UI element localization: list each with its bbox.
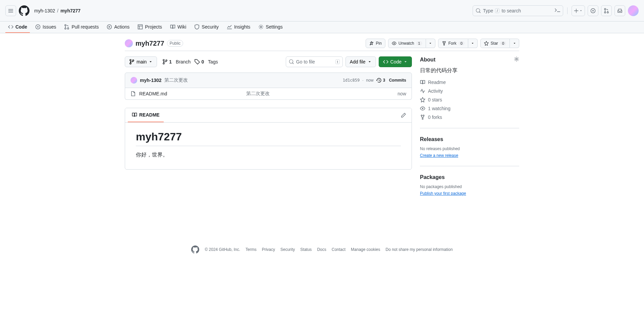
releases-title[interactable]: Releases [420,136,519,142]
svg-point-18 [130,63,131,64]
breadcrumb: myh-1302 / myh7277 [34,8,80,13]
readme-link[interactable]: Readme [420,80,519,85]
svg-point-3 [604,12,606,13]
tab-projects[interactable]: Projects [135,21,165,33]
footer-manage-cookies[interactable]: Manage cookies [351,247,380,252]
search-prefix: Type [483,8,493,13]
svg-point-4 [607,12,608,13]
tab-label: Settings [266,24,283,30]
file-last-message[interactable]: 第二次更改 [246,91,397,97]
footer-do-not-share[interactable]: Do not share my personal information [385,247,452,252]
fork-button[interactable]: Fork0 [438,39,468,48]
commits-link[interactable]: 3 Commits [376,78,406,83]
history-icon [376,78,382,83]
tags-link[interactable]: 0 Tags [195,59,218,64]
readme-tab[interactable]: README [128,108,164,122]
tab-pull-requests[interactable]: Pull requests [61,21,101,33]
svg-point-14 [443,41,444,42]
branches-link[interactable]: 1 Branch [162,59,191,64]
footer-docs[interactable]: Docs [317,247,326,252]
star-label: Star [491,41,498,46]
footer-contact[interactable]: Contact [332,247,345,252]
stars-link[interactable]: 0 stars [420,97,519,102]
star-button[interactable]: Star0 [480,39,510,48]
tab-label: Actions [114,24,129,30]
footer-terms[interactable]: Terms [246,247,257,252]
svg-point-15 [444,41,445,42]
divider [567,7,568,14]
issues-button[interactable] [588,5,598,16]
caret-down-icon [513,42,516,45]
plus-icon [574,8,579,13]
create-release-link[interactable]: Create a new release [420,153,458,158]
commit-author[interactable]: myh-1302 [140,78,162,83]
watch-more[interactable] [426,39,435,48]
caret-down-icon [471,42,474,45]
latest-commit: myh-1302 第二次更改 1d1c859 · now 3 Commits [125,73,412,88]
tab-insights[interactable]: Insights [224,21,253,33]
play-icon [107,24,112,30]
commit-hash[interactable]: 1d1c859 [343,78,360,83]
commit-avatar[interactable] [130,77,137,84]
edit-readme-button[interactable] [398,110,409,121]
commit-when: now [366,78,374,83]
tab-wiki[interactable]: Wiki [167,21,189,33]
file-name[interactable]: README.md [130,91,246,96]
tab-issues[interactable]: Issues [33,21,59,33]
menu-button[interactable] [5,5,16,16]
tab-settings[interactable]: Settings [256,21,285,33]
forks-link[interactable]: 0 forks [420,115,519,120]
pin-label: Pin [376,41,382,46]
footer-privacy[interactable]: Privacy [262,247,275,252]
breadcrumb-owner[interactable]: myh-1302 [34,8,55,13]
svg-point-16 [443,44,444,45]
footer-status[interactable]: Status [300,247,312,252]
command-palette-icon [555,7,560,14]
add-file-button[interactable]: Add file [345,56,376,67]
watching-link[interactable]: 1 watching [420,106,519,111]
activity-link[interactable]: Activity [420,88,519,94]
readme-title: myh7277 [136,131,401,146]
file-search[interactable]: Go to file t [286,56,343,67]
edit-about-button[interactable] [514,56,519,63]
code-icon [383,59,388,64]
user-avatar[interactable] [628,5,639,16]
repo-name[interactable]: myh7277 [136,40,164,47]
fork-more[interactable] [468,39,478,48]
svg-point-1 [592,10,594,11]
add-menu[interactable] [572,5,585,16]
search-icon [476,8,481,13]
pin-icon [369,41,374,46]
notifications-button[interactable] [614,5,625,16]
github-logo-icon[interactable] [191,246,199,254]
star-more[interactable] [510,39,519,48]
github-logo[interactable] [19,5,30,16]
unwatch-button[interactable]: Unwatch1 [388,39,426,48]
publish-package-link[interactable]: Publish your first package [420,191,466,196]
svg-point-7 [65,25,66,26]
branch-selector[interactable]: main [125,56,157,67]
fork-icon [420,115,425,120]
commit-message[interactable]: 第二次更改 [164,77,188,83]
unwatch-label: Unwatch [398,41,414,46]
footer-security[interactable]: Security [280,247,295,252]
packages-title[interactable]: Packages [420,174,519,180]
svg-point-17 [130,59,131,61]
breadcrumb-repo[interactable]: myh7277 [60,8,80,13]
tab-security[interactable]: Security [192,21,221,33]
add-file-label: Add file [350,59,366,64]
search-input[interactable]: Type / to search [473,5,563,16]
pullrequests-button[interactable] [601,5,612,16]
book-icon [170,24,175,30]
svg-point-8 [65,28,66,29]
code-button[interactable]: Code [379,56,412,67]
tab-code[interactable]: Code [5,21,30,33]
tab-actions[interactable]: Actions [104,21,132,33]
pin-button[interactable]: Pin [366,39,385,48]
branch-icon [129,59,135,64]
file-list: README.md 第二次更改 now [125,88,412,100]
book-icon [420,80,425,85]
svg-point-9 [67,28,69,29]
global-header: myh-1302 / myh7277 Type / to search [0,0,644,21]
branch-name: main [137,59,147,64]
